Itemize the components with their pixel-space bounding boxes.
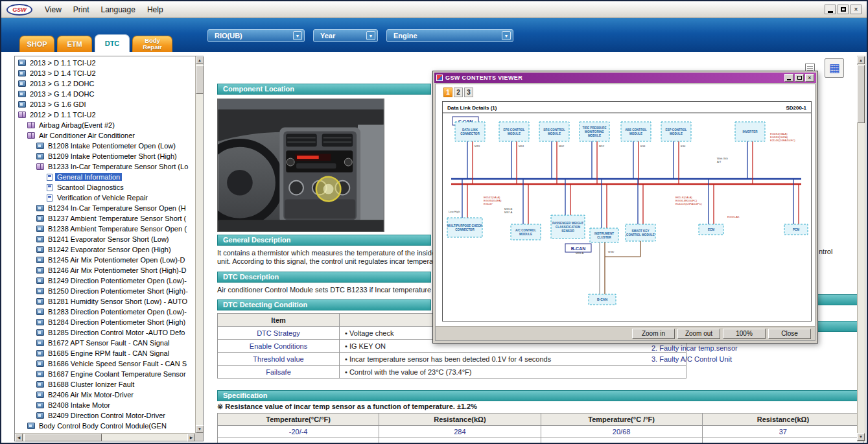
tab-etm[interactable]: ETM bbox=[57, 36, 92, 52]
tree-horizontal-scrollbar[interactable]: ◀ ▶ bbox=[15, 433, 195, 441]
scroll-left-icon[interactable]: ◀ bbox=[15, 434, 23, 441]
tree-item[interactable]: General Information bbox=[16, 172, 194, 182]
tree-item[interactable]: B1249 Direction Potentiometer Open (Low)… bbox=[16, 275, 194, 286]
close-button[interactable]: × bbox=[850, 5, 862, 14]
tree-item[interactable]: B1688 Cluster Ionizer Fault bbox=[16, 379, 194, 390]
tree-item[interactable]: 2013 > D 1.1 TCI-U2 bbox=[16, 58, 194, 68]
tree-item[interactable]: Air Conditioner Air Conditioner bbox=[16, 130, 194, 141]
scroll-up-icon[interactable]: ▲ bbox=[196, 56, 204, 64]
svg-text:M24: M24 bbox=[519, 145, 524, 148]
tree-item[interactable]: B1208 Intake Potentiometer Open (Low) bbox=[16, 141, 194, 151]
year-dropdown[interactable]: Year ▼ bbox=[313, 29, 378, 42]
tree-item[interactable]: B1685 Engine RPM fault - CAN Signal bbox=[16, 348, 194, 358]
tree-item-label: 2013 > D 1.1 TCI-U2 bbox=[28, 59, 98, 67]
scroll-up-icon[interactable]: ▲ bbox=[857, 56, 865, 64]
tree-item[interactable]: B2408 Intake Motor bbox=[16, 400, 194, 410]
tree-scroll-thumb[interactable] bbox=[196, 65, 204, 94]
tree-item[interactable]: B1285 Direction Control Motor -AUTO Defo bbox=[16, 327, 194, 338]
viewer-close-button[interactable]: × bbox=[805, 74, 814, 82]
scroll-down-icon[interactable]: ▼ bbox=[857, 433, 865, 441]
menu-print[interactable]: Print bbox=[67, 3, 95, 16]
tree-hscroll-thumb[interactable] bbox=[24, 434, 102, 441]
tab-shop[interactable]: SHOP bbox=[19, 36, 54, 52]
tree-item[interactable]: B1284 Direction Potentiometer Short (Hig… bbox=[16, 317, 194, 327]
svg-text:DATA LINKCONNECTOR: DATA LINKCONNECTOR bbox=[460, 128, 480, 135]
viewer-minimize-button[interactable] bbox=[784, 74, 793, 82]
tree-item[interactable]: Verification of Vehicle Repair bbox=[16, 193, 194, 203]
tree-item[interactable]: 2013 > G 1.6 GDI bbox=[16, 99, 194, 110]
tree-item[interactable]: Body Control Body Control Module(GEN bbox=[16, 421, 194, 431]
minimize-icon bbox=[828, 11, 833, 13]
spec-header-cell: Resistance(kΩ) bbox=[703, 414, 864, 426]
page-tab-2[interactable]: 2 bbox=[454, 88, 463, 97]
tree-item[interactable]: B1283 Direction Potentiometer Open (Low)… bbox=[16, 307, 194, 317]
svg-text:PCM: PCM bbox=[793, 228, 799, 231]
tab-body-repair[interactable]: Body Repair bbox=[132, 36, 172, 52]
spec-value-cell: 37 bbox=[703, 426, 864, 438]
viewer-title-bar[interactable]: GSW CONTENTS VIEWER × bbox=[434, 73, 816, 83]
doc-icon bbox=[47, 184, 53, 191]
tree-item[interactable]: B1209 Intake Potentiometer Short (High) bbox=[16, 151, 194, 161]
tree-item[interactable]: 2013 > D 1.4 TCI-U2 bbox=[16, 68, 194, 78]
app-window: GSW ViewPrintLanguageHelp × SHOPETMDTCBo… bbox=[0, 0, 868, 444]
tree-item[interactable]: B1241 Evaporator Sensor Short (Low) bbox=[16, 234, 194, 244]
zoom-out-button[interactable]: Zoom out bbox=[677, 329, 720, 339]
schematic-viewer-button[interactable]: ▦ bbox=[825, 58, 844, 78]
100-button[interactable]: 100% bbox=[723, 329, 766, 339]
dtc-item-label: Threshold value bbox=[218, 353, 340, 366]
svg-text:M33-BM97-A: M33-BM97-A bbox=[504, 207, 513, 214]
tree-item-label: B1238 Ambient Temperature Sensor Open ( bbox=[46, 225, 189, 233]
table-row bbox=[218, 438, 864, 443]
dtc-item-label: DTC Strategy bbox=[218, 327, 340, 340]
tree-item-label: B2408 Intake Motor bbox=[46, 401, 112, 409]
tree-item[interactable]: Airbag Airbag(Event #2) bbox=[16, 120, 194, 130]
tree-item[interactable]: 2013 > G 1.2 DOHC bbox=[16, 78, 194, 89]
tree-item[interactable]: B2409 Direction Control Motor-Driver bbox=[16, 410, 194, 421]
page-tab-1[interactable]: 1 bbox=[443, 88, 452, 97]
tree-vertical-scrollbar[interactable]: ▲ ▼ bbox=[195, 56, 203, 433]
svg-text:ECM: ECM bbox=[708, 228, 714, 231]
svg-text:B-CAN: B-CAN bbox=[571, 246, 586, 251]
tree-item[interactable]: 2012 > D 1.1 TCI-U2 bbox=[16, 110, 194, 120]
scroll-right-icon[interactable]: ▶ bbox=[187, 434, 195, 441]
minimize-button[interactable] bbox=[825, 5, 836, 14]
viewer-window-controls: × bbox=[784, 74, 814, 82]
tree-item[interactable]: B1672 APT Sensor Fault - CAN Signal bbox=[16, 338, 194, 348]
tree-item[interactable]: B1281 Humidity Sensor Short (Low) - AUTO bbox=[16, 296, 194, 307]
page-tab-3[interactable]: 3 bbox=[464, 88, 473, 97]
tree-item-label: B1688 Cluster Ionizer Fault bbox=[46, 380, 136, 388]
tab-dtc[interactable]: DTC bbox=[95, 34, 130, 52]
tree-item[interactable]: B1234 In-Car Temperature Sensor Open (H bbox=[16, 203, 194, 213]
tree-item[interactable]: B1245 Air Mix Potentiometer Open (Low)-D bbox=[16, 255, 194, 265]
zoom-in-button[interactable]: Zoom in bbox=[632, 329, 675, 339]
tree-item[interactable]: B1246 Air Mix Potentiometer Short (High)… bbox=[16, 265, 194, 275]
tree-item[interactable]: B1687 Engine Coolant Temperature Sensor bbox=[16, 369, 194, 379]
tree-item[interactable]: B1242 Evaporator Sensor Open (High) bbox=[16, 244, 194, 255]
viewer-maximize-button[interactable] bbox=[795, 74, 804, 82]
restore-icon bbox=[841, 7, 846, 12]
close-button[interactable]: Close bbox=[768, 329, 811, 339]
grid-icon: ▦ bbox=[828, 62, 839, 74]
tree-item[interactable]: B2406 Air Mix Motor-Driver bbox=[16, 390, 194, 400]
tree-item[interactable]: B1238 Ambient Temperature Sensor Open ( bbox=[16, 224, 194, 234]
tree-item[interactable]: B1233 In-Car Temperature Sensor Short (L… bbox=[16, 161, 194, 172]
engine-dropdown[interactable]: Engine ▼ bbox=[386, 29, 513, 42]
scrollbar-corner bbox=[195, 433, 203, 441]
content-scroll-thumb[interactable] bbox=[857, 65, 865, 123]
menu-language[interactable]: Language bbox=[95, 3, 141, 16]
menu-view[interactable]: View bbox=[39, 3, 67, 16]
restore-button[interactable] bbox=[838, 5, 849, 14]
menu-help[interactable]: Help bbox=[141, 3, 169, 16]
viewer-buttons: Zoom inZoom out100%Close bbox=[436, 326, 815, 340]
vehicle-dropdown[interactable]: RIO(UB) ▼ bbox=[207, 29, 305, 42]
sensor-highlight bbox=[316, 177, 341, 202]
tree-item[interactable]: 2013 > G 1.4 DOHC bbox=[16, 89, 194, 99]
spec-value-cell bbox=[541, 438, 703, 443]
tree-item[interactable]: B1237 Ambient Temperature Sensor Short ( bbox=[16, 213, 194, 224]
tree-item[interactable]: B1686 Vehicle Speed Sensor Fault - CAN S bbox=[16, 358, 194, 369]
content-vertical-scrollbar[interactable]: ▲ ▼ bbox=[857, 56, 865, 441]
engine-dropdown-value: Engine bbox=[393, 32, 417, 40]
tree-item[interactable]: Scantool Diagnostics bbox=[16, 182, 194, 193]
tree-item[interactable]: B1250 Direction Potentiometer Short (Hig… bbox=[16, 286, 194, 296]
scroll-down-icon[interactable]: ▼ bbox=[196, 425, 204, 433]
